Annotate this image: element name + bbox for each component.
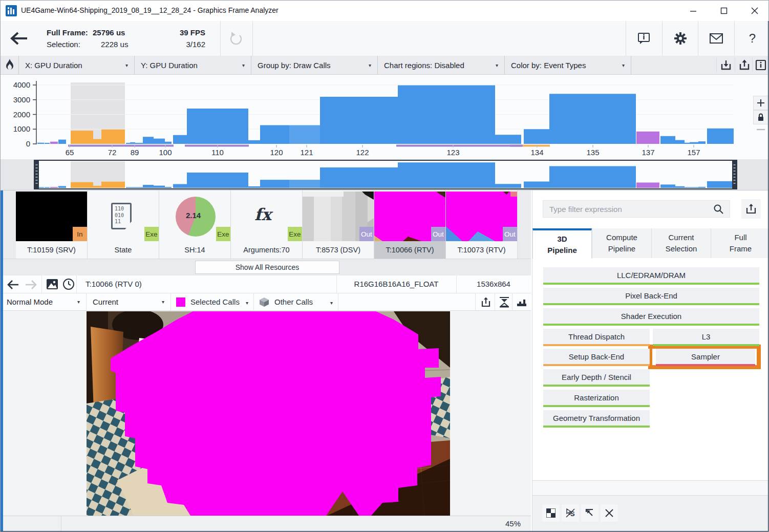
resource-thumbnail-t-10159-srv-[interactable]: InT:10159 (SRV) xyxy=(16,190,88,259)
view-controls-row: Normal Mode Current Selected Calls Other… xyxy=(1,293,531,311)
chart-info-panel-icon[interactable] xyxy=(752,56,769,74)
chart-bar[interactable] xyxy=(139,143,143,144)
group-by-dropdown[interactable]: Group by: Draw Calls xyxy=(251,56,378,74)
chart-bar[interactable] xyxy=(130,142,135,144)
tab-compute-pipeline[interactable]: ComputePipeline xyxy=(592,228,651,258)
back-button[interactable] xyxy=(10,31,29,46)
y-axis-dropdown[interactable]: Y: GPU Duration xyxy=(135,56,251,74)
checkerboard-toggle-button[interactable] xyxy=(542,504,560,522)
tab-current-selection[interactable]: CurrentSelection xyxy=(651,228,711,258)
chart-bar[interactable] xyxy=(135,143,139,144)
chart-bar[interactable] xyxy=(173,135,187,144)
export-metrics-button[interactable] xyxy=(741,199,761,219)
chart-bar[interactable] xyxy=(398,86,495,144)
view-mode-dropdown[interactable]: Normal Mode xyxy=(1,293,87,310)
gpu-duration-chart[interactable]: 0100020003000400065728910011012012112212… xyxy=(1,75,769,159)
pipeline-block-label: Setup Back-End xyxy=(569,352,624,361)
chart-bar[interactable] xyxy=(289,125,320,144)
pipeline-block-setup-back-end[interactable]: Setup Back-End xyxy=(543,349,650,366)
chart-bar[interactable] xyxy=(101,130,125,144)
chart-bar[interactable] xyxy=(187,109,248,144)
chart-zoom-out-button[interactable] xyxy=(756,127,765,132)
resource-thumbnail-sh-14[interactable]: 2.14ExeSH:14 xyxy=(159,190,231,259)
chart-bar[interactable] xyxy=(165,142,172,144)
chart-bar[interactable] xyxy=(45,143,50,144)
other-calls-dropdown[interactable]: Other Calls xyxy=(254,293,338,310)
render-target-image[interactable] xyxy=(87,311,450,516)
pipeline-block-shader-execution[interactable]: Shader Execution xyxy=(543,308,759,326)
tab-full-frame[interactable]: FullFrame xyxy=(711,228,769,258)
chart-zoom-in-button[interactable] xyxy=(753,96,768,110)
selected-calls-dropdown[interactable]: Selected Calls xyxy=(171,293,254,310)
chart-regions-dropdown[interactable]: Chart regions: Disabled xyxy=(378,56,505,74)
pipeline-block-geometry-transformation[interactable]: Geometry Transformation xyxy=(543,410,650,428)
history-forward-button[interactable] xyxy=(24,280,37,290)
resource-thumbnail-state[interactable]: 11001011ExeState xyxy=(88,190,159,259)
histogram-icon[interactable] xyxy=(513,293,530,310)
chart-bar[interactable] xyxy=(248,140,260,144)
pipeline-block-l3[interactable]: L3 xyxy=(653,329,759,346)
chart-lock-button[interactable] xyxy=(753,110,768,124)
image-view-icon[interactable] xyxy=(44,275,60,292)
pipeline-block-early-depth-stencil[interactable]: Early Depth / Stencil xyxy=(543,369,650,387)
export-chart-icon[interactable] xyxy=(736,56,753,74)
history-clock-icon[interactable] xyxy=(60,275,77,292)
chart-bar[interactable] xyxy=(675,140,685,144)
maximize-button[interactable] xyxy=(712,1,736,21)
resource-thumbnail-t-10066-rtv-[interactable]: OutT:10066 (RTV) xyxy=(374,190,446,259)
chart-bar[interactable] xyxy=(260,125,289,144)
chart-bar[interactable] xyxy=(636,132,659,144)
chart-bar[interactable] xyxy=(37,143,44,144)
pipeline-block-llc-edram-dram[interactable]: LLC/EDRAM/DRAM xyxy=(543,267,759,285)
pipeline-block-label: Shader Execution xyxy=(621,312,681,321)
chart-overview-strip[interactable] xyxy=(1,159,769,190)
export-image-icon[interactable] xyxy=(477,293,494,310)
feedback-mail-button[interactable] xyxy=(698,21,734,56)
settings-gear-button[interactable] xyxy=(663,21,698,56)
chart-bar[interactable] xyxy=(126,143,130,144)
chart-bar[interactable] xyxy=(549,94,636,144)
search-icon[interactable] xyxy=(713,204,723,214)
pipeline-block-label: Pixel Back-End xyxy=(625,291,677,300)
pipeline-block-sampler[interactable]: Sampler xyxy=(656,349,755,366)
pipeline-block-thread-dispatch[interactable]: Thread Dispatch xyxy=(543,329,650,346)
chart-bar[interactable] xyxy=(320,97,398,144)
chart-bar[interactable] xyxy=(93,139,101,144)
x-axis-dropdown[interactable]: X: GPU Duration xyxy=(19,56,135,74)
disable-shader-button[interactable]: S xyxy=(562,504,579,522)
chart-bar[interactable] xyxy=(495,135,521,144)
chart-bar[interactable] xyxy=(698,141,706,144)
help-button[interactable]: ? xyxy=(735,21,769,56)
clear-selection-button[interactable] xyxy=(601,504,618,522)
chart-bar[interactable] xyxy=(143,137,154,144)
minimize-button[interactable] xyxy=(681,1,705,21)
resource-thumbnail-t-8573-dsv-[interactable]: OutT:8573 (DSV) xyxy=(303,190,374,259)
resource-thumbnail-arguments-70[interactable]: fxExeArguments:70 xyxy=(231,190,303,259)
filter-input[interactable]: Type filter expression xyxy=(543,200,730,218)
chart-bar[interactable] xyxy=(154,139,165,144)
resource-thumbnail-t-10073-rtv-[interactable]: OutT:10073 (RTV) xyxy=(446,190,518,259)
hotspot-flame-icon[interactable] xyxy=(1,56,19,74)
chart-bar[interactable] xyxy=(707,129,734,144)
tab-3d-pipeline[interactable]: 3DPipeline xyxy=(532,228,592,259)
history-state-dropdown[interactable]: Current xyxy=(87,293,171,310)
chart-bar[interactable] xyxy=(50,142,58,144)
undo-icon[interactable] xyxy=(227,31,244,47)
range-compress-icon[interactable] xyxy=(496,293,512,310)
history-back-button[interactable] xyxy=(7,280,20,290)
chart-bar[interactable] xyxy=(660,136,675,144)
chart-bar[interactable] xyxy=(685,143,690,144)
render-target-view[interactable] xyxy=(1,311,531,516)
download-chart-icon[interactable] xyxy=(717,56,735,74)
chart-bar[interactable] xyxy=(58,140,66,144)
show-all-resources-button[interactable]: Show All Resources xyxy=(195,261,339,274)
metrics-info-button[interactable] xyxy=(626,21,661,56)
close-button[interactable] xyxy=(743,1,766,21)
chart-bar[interactable] xyxy=(524,129,549,144)
pipeline-block-pixel-back-end[interactable]: Pixel Back-End xyxy=(543,288,759,305)
chart-bar[interactable] xyxy=(690,142,698,144)
pipeline-block-rasterization[interactable]: Rasterization xyxy=(543,390,650,407)
chart-bar[interactable] xyxy=(71,131,93,144)
snap-corner-button[interactable] xyxy=(581,504,599,522)
color-by-dropdown[interactable]: Color by: Event Types xyxy=(505,56,631,74)
